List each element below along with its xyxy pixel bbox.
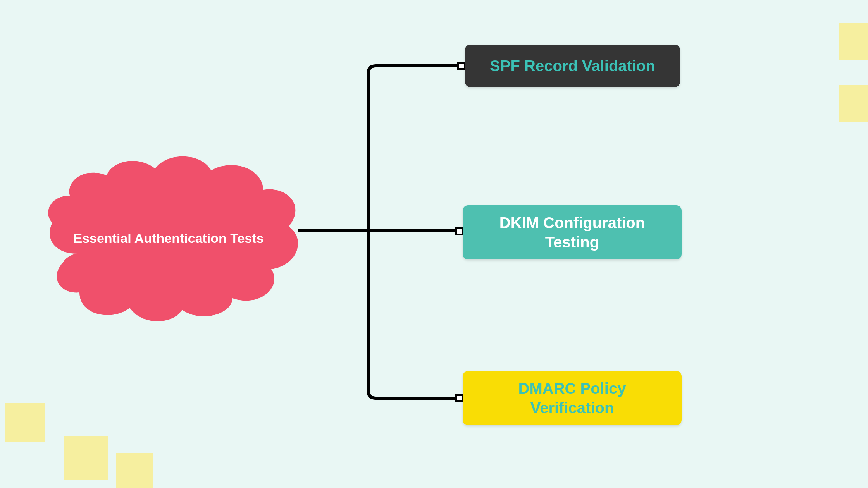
decorative-square <box>116 453 153 488</box>
root-node: Essential Authentication Tests <box>35 153 302 323</box>
node-dmarc: DMARC Policy Verification <box>463 371 682 425</box>
decorative-square <box>839 23 868 60</box>
decorative-square <box>5 403 45 442</box>
connector-endpoint <box>457 62 466 70</box>
connector-endpoint <box>455 227 463 235</box>
connector-endpoint <box>455 394 463 402</box>
decorative-square <box>64 436 108 480</box>
root-node-label: Essential Authentication Tests <box>48 231 289 246</box>
node-spf: SPF Record Validation <box>465 45 680 87</box>
node-dkim: DKIM Configuration Testing <box>463 205 682 259</box>
decorative-square <box>839 85 868 122</box>
node-label: SPF Record Validation <box>490 56 655 76</box>
node-label: DKIM Configuration Testing <box>478 213 666 252</box>
node-label: DMARC Policy Verification <box>478 379 666 418</box>
